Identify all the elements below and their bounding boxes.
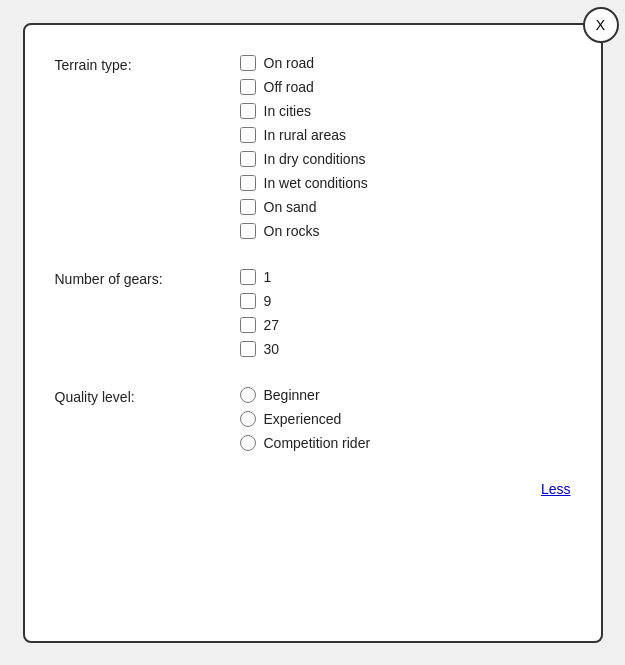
quality-option-label-competition-rider: Competition rider bbox=[264, 435, 371, 451]
close-button[interactable]: X bbox=[583, 7, 619, 43]
quality-section: Quality level: Beginner Experienced Comp… bbox=[55, 387, 571, 451]
terrain-option-in-dry-conditions[interactable]: In dry conditions bbox=[240, 151, 368, 167]
terrain-section: Terrain type: On road Off road In cities… bbox=[55, 55, 571, 239]
gears-checkbox-27[interactable] bbox=[240, 317, 256, 333]
quality-options: Beginner Experienced Competition rider bbox=[240, 387, 371, 451]
gears-option-9[interactable]: 9 bbox=[240, 293, 280, 309]
gears-options: 1 9 27 30 bbox=[240, 269, 280, 357]
terrain-options: On road Off road In cities In rural area… bbox=[240, 55, 368, 239]
gears-option-label-27: 27 bbox=[264, 317, 280, 333]
terrain-checkbox-off-road[interactable] bbox=[240, 79, 256, 95]
quality-radio-competition-rider[interactable] bbox=[240, 435, 256, 451]
terrain-option-on-road[interactable]: On road bbox=[240, 55, 368, 71]
quality-option-label-beginner: Beginner bbox=[264, 387, 320, 403]
quality-radio-beginner[interactable] bbox=[240, 387, 256, 403]
terrain-option-off-road[interactable]: Off road bbox=[240, 79, 368, 95]
terrain-option-label-on-sand: On sand bbox=[264, 199, 317, 215]
terrain-option-label-on-road: On road bbox=[264, 55, 315, 71]
gears-option-30[interactable]: 30 bbox=[240, 341, 280, 357]
gears-label: Number of gears: bbox=[55, 269, 240, 287]
terrain-checkbox-on-sand[interactable] bbox=[240, 199, 256, 215]
terrain-checkbox-in-rural-areas[interactable] bbox=[240, 127, 256, 143]
terrain-option-in-rural-areas[interactable]: In rural areas bbox=[240, 127, 368, 143]
quality-radio-experienced[interactable] bbox=[240, 411, 256, 427]
terrain-option-on-sand[interactable]: On sand bbox=[240, 199, 368, 215]
gears-checkbox-30[interactable] bbox=[240, 341, 256, 357]
terrain-checkbox-in-dry-conditions[interactable] bbox=[240, 151, 256, 167]
terrain-option-label-in-dry-conditions: In dry conditions bbox=[264, 151, 366, 167]
terrain-option-label-in-cities: In cities bbox=[264, 103, 311, 119]
gears-option-label-30: 30 bbox=[264, 341, 280, 357]
terrain-checkbox-in-cities[interactable] bbox=[240, 103, 256, 119]
terrain-option-label-in-rural-areas: In rural areas bbox=[264, 127, 346, 143]
terrain-option-label-off-road: Off road bbox=[264, 79, 314, 95]
terrain-checkbox-in-wet-conditions[interactable] bbox=[240, 175, 256, 191]
terrain-option-in-cities[interactable]: In cities bbox=[240, 103, 368, 119]
gears-option-label-9: 9 bbox=[264, 293, 272, 309]
gears-option-27[interactable]: 27 bbox=[240, 317, 280, 333]
quality-option-competition-rider[interactable]: Competition rider bbox=[240, 435, 371, 451]
quality-option-beginner[interactable]: Beginner bbox=[240, 387, 371, 403]
modal: X Terrain type: On road Off road In citi… bbox=[23, 23, 603, 643]
less-link[interactable]: Less bbox=[55, 481, 571, 497]
terrain-option-label-in-wet-conditions: In wet conditions bbox=[264, 175, 368, 191]
terrain-label: Terrain type: bbox=[55, 55, 240, 73]
gears-option-1[interactable]: 1 bbox=[240, 269, 280, 285]
quality-option-label-experienced: Experienced bbox=[264, 411, 342, 427]
terrain-option-on-rocks[interactable]: On rocks bbox=[240, 223, 368, 239]
terrain-checkbox-on-road[interactable] bbox=[240, 55, 256, 71]
terrain-option-label-on-rocks: On rocks bbox=[264, 223, 320, 239]
terrain-option-in-wet-conditions[interactable]: In wet conditions bbox=[240, 175, 368, 191]
gears-checkbox-1[interactable] bbox=[240, 269, 256, 285]
gears-checkbox-9[interactable] bbox=[240, 293, 256, 309]
gears-option-label-1: 1 bbox=[264, 269, 272, 285]
gears-section: Number of gears: 1 9 27 30 bbox=[55, 269, 571, 357]
terrain-checkbox-on-rocks[interactable] bbox=[240, 223, 256, 239]
quality-option-experienced[interactable]: Experienced bbox=[240, 411, 371, 427]
quality-label: Quality level: bbox=[55, 387, 240, 405]
